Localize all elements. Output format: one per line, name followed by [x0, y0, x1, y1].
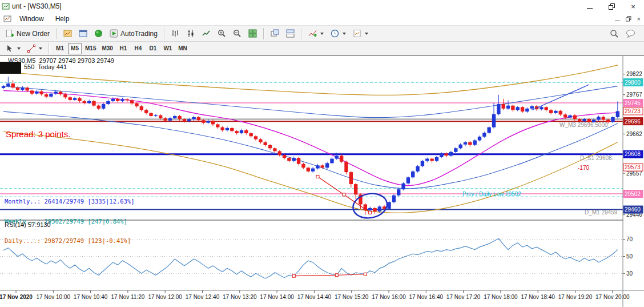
timeframe-m15[interactable]: M15 — [83, 43, 98, 54]
line-chart-icon — [202, 29, 211, 38]
cascade-windows-icon — [271, 29, 279, 38]
svg-text:50: 50 — [626, 253, 633, 260]
timeframes-toolbar: M1M5M15M30H1H4D1W1MN — [0, 42, 644, 55]
toolbar-separator — [164, 28, 165, 39]
line-tools-button[interactable] — [25, 42, 45, 55]
svg-text:17 Nov 14:40: 17 Nov 14:40 — [297, 294, 332, 300]
svg-text:17 Nov 12:00: 17 Nov 12:00 — [148, 294, 182, 300]
timeframe-mn[interactable]: MN — [176, 43, 190, 54]
dropdown-caret — [320, 33, 324, 35]
child-minimize-button[interactable] — [615, 17, 620, 22]
svg-text:17 Nov 14:00: 17 Nov 14:00 — [260, 294, 294, 300]
svg-text:29662: 29662 — [626, 131, 642, 137]
zoom-in-button[interactable] — [215, 27, 229, 40]
child-close-button[interactable]: × — [637, 15, 641, 22]
bar-chart-icon — [171, 29, 180, 38]
periods-button[interactable] — [328, 27, 349, 40]
menu-help[interactable]: Help — [50, 14, 75, 24]
chat-icon — [626, 29, 636, 38]
svg-text:29767: 29767 — [626, 91, 642, 98]
restore-button[interactable] — [601, 0, 622, 13]
pivot-label-d-m1: D_M1 29459. — [585, 209, 619, 216]
timeframe-h1[interactable]: H1 — [116, 43, 130, 54]
chart-canvas[interactable]: 2982229767296622955729446298002974529723… — [0, 55, 644, 307]
timeframe-m30[interactable]: M30 — [99, 43, 115, 54]
svg-text:17 Nov 16:00: 17 Nov 16:00 — [372, 294, 406, 300]
app-icon — [2, 2, 10, 10]
new-order-label: New Order — [17, 30, 50, 38]
application-window: unt - [WS30,M5] × Window Help × New Orde… — [0, 0, 644, 307]
tile-horizontal-icon — [286, 29, 295, 38]
chart-area: 2982229767296622955729446298002974529723… — [0, 55, 644, 307]
svg-text:29573: 29573 — [625, 164, 641, 170]
autotrading-icon — [110, 29, 118, 38]
standard-toolbar: New Order AutoTrading — [0, 25, 644, 42]
svg-text:29822: 29822 — [626, 71, 642, 77]
clock-icon — [331, 29, 339, 38]
candlestick-icon — [187, 29, 195, 38]
menu-bar: Window Help × — [0, 13, 644, 26]
toolbar-separator — [301, 28, 302, 39]
menu-window[interactable]: Window — [14, 14, 50, 24]
timeframe-m5[interactable]: M5 — [68, 43, 82, 54]
chat-button[interactable] — [623, 27, 639, 40]
close-button[interactable]: × — [622, 0, 644, 13]
toolbar-separator — [56, 28, 57, 39]
tile-horizontal-button[interactable] — [283, 27, 297, 40]
cursor-tool-button[interactable] — [3, 42, 23, 55]
svg-text:17 Nov 15:20: 17 Nov 15:20 — [335, 294, 369, 300]
svg-text:17 Nov 10:40: 17 Nov 10:40 — [74, 294, 108, 300]
market-watch-icon — [63, 29, 72, 38]
svg-text:17 Nov 20:00: 17 Nov 20:00 — [595, 294, 630, 300]
svg-text:17 Nov 17:20: 17 Nov 17:20 — [446, 294, 481, 300]
new-order-icon — [6, 29, 14, 38]
svg-text:17 Nov 13:20: 17 Nov 13:20 — [223, 294, 257, 300]
svg-text:29745: 29745 — [625, 100, 641, 106]
adr-values: 550 Today 441 — [24, 63, 67, 70]
prev-daily-low-label: Prev / Daily Low 29502 — [462, 191, 521, 197]
candlestick-chart-button[interactable] — [184, 27, 198, 40]
timeframe-w1[interactable]: W1 — [161, 43, 175, 54]
data-window-button[interactable] — [76, 27, 90, 40]
monthly-ratio-line: Monthly..: 26414/29749 [3335|12.63%] — [5, 198, 135, 205]
timeframe-h4[interactable]: H4 — [131, 43, 145, 54]
zoom-out-button[interactable] — [230, 27, 244, 40]
minimize-button[interactable] — [579, 0, 601, 13]
tile-windows-button[interactable] — [245, 27, 260, 40]
svg-text:29696: 29696 — [625, 118, 641, 125]
sounds-button[interactable] — [91, 27, 106, 40]
autotrading-button[interactable]: AutoTrading — [107, 27, 160, 40]
timeframe-d1[interactable]: D1 — [146, 43, 160, 54]
zoom-in-icon — [218, 29, 226, 38]
indicators-button[interactable] — [305, 27, 327, 40]
data-window-icon — [79, 29, 87, 38]
spread-label: Spread: 3 points. — [6, 129, 70, 139]
pivot-label-w-m3: W_M3 29696.5000 — [560, 122, 608, 128]
svg-text:30: 30 — [626, 270, 633, 277]
market-watch-button[interactable] — [61, 27, 75, 40]
svg-text:29460: 29460 — [625, 206, 641, 213]
svg-text:17 Nov 19:20: 17 Nov 19:20 — [558, 294, 593, 300]
line-chart-button[interactable] — [199, 27, 214, 40]
templates-button[interactable] — [350, 27, 371, 40]
search-button[interactable] — [607, 27, 622, 40]
toolbar-separator — [263, 28, 264, 39]
sounds-icon — [94, 29, 103, 38]
trendline-icon — [27, 45, 35, 53]
dropdown-caret — [343, 33, 346, 35]
child-restore-button[interactable] — [626, 16, 631, 22]
indicator-logo-box — [0, 62, 21, 74]
svg-text:29608: 29608 — [625, 151, 641, 157]
svg-text:17 Nov 10:00: 17 Nov 10:00 — [37, 294, 71, 300]
cascade-windows-button[interactable] — [268, 27, 282, 40]
svg-text:17 Nov 16:40: 17 Nov 16:40 — [409, 294, 444, 300]
rsi-label: RSI(14) 57.9130 — [5, 221, 51, 228]
new-order-button[interactable]: New Order — [3, 27, 53, 40]
dropdown-caret — [39, 47, 42, 50]
timeframe-m1[interactable]: M1 — [53, 43, 67, 54]
position-pnl-label: -170 — [578, 165, 589, 171]
chart-window-icon[interactable] — [3, 15, 11, 23]
svg-text:29800: 29800 — [625, 79, 641, 86]
bar-chart-button[interactable] — [168, 27, 183, 40]
dropdown-caret — [17, 47, 21, 50]
